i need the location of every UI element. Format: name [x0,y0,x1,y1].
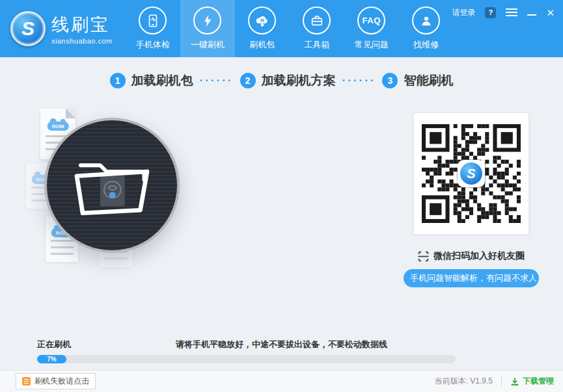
step-dots: ······ [342,74,376,87]
steps-bar: 1 加载刷机包 ······ 2 加载刷机方案 ······ 3 智能刷机 [0,57,563,97]
qr-panel: S 微信扫码加入好机友圈 手机问题智能解析，有问题不求人 [404,112,539,287]
progress-section: 正在刷机 请将手机平稳放好，中途不要拔出设备，不要松动数据线 7% [0,339,563,369]
qr-promo-badge: 手机问题智能解析，有问题不求人 [404,269,539,287]
toolbox-icon [303,7,331,34]
tab-phone-check[interactable]: 手机体检 [126,0,180,57]
footer-divider [501,376,502,386]
brand-logo-icon: S [10,11,46,46]
flash-fail-label: 刷机失败请点击 [34,376,89,387]
flash-icon [193,7,221,34]
brand-name: 线刷宝 [51,13,113,36]
download-icon [510,377,519,386]
faq-icon-text: FAQ [363,16,381,25]
scan-icon [418,251,429,262]
tab-label: 一键刷机 [191,39,225,51]
step-3: 3 智能刷机 [382,72,453,89]
repair-icon [412,7,440,34]
login-link[interactable]: 请登录 [452,7,475,18]
version-label: 当前版本: V1.9.5 [435,376,493,387]
minimize-icon[interactable] [527,14,536,16]
qr-code: S [413,112,529,235]
tab-toolbox[interactable]: 工具箱 [290,0,344,57]
step-1: 1 加载刷机包 [110,72,193,89]
flash-illustration: ROM ROM ROM ROM [26,109,221,275]
tab-label: 手机体检 [136,39,170,51]
help-icon[interactable]: ? [485,7,496,18]
flash-fail-button[interactable]: 刷机失败请点击 [16,373,96,389]
progress-fill: 7% [37,355,66,363]
close-icon[interactable]: ✕ [546,8,555,18]
tab-label: 刷机包 [249,39,275,51]
tab-repair[interactable]: 找维修 [399,0,454,57]
tab-faq[interactable]: FAQ 常见问题 [344,0,399,57]
qr-caption-text: 微信扫码加入好机友圈 [433,250,525,262]
brand-logo-letter: S [21,18,34,40]
open-folder-icon [63,147,161,224]
tab-label: 找维修 [413,39,439,51]
window-controls: 请登录 ? ✕ [452,6,555,19]
app-logo: S 线刷宝 xianshuabao.com [0,0,126,57]
rom-download-icon: R [248,7,276,34]
faq-icon: FAQ [357,7,385,34]
status-bar: 刷机失败请点击 当前版本: V1.9.5 下载管理 [0,370,563,392]
progress-percent: 7% [47,356,56,363]
progress-bar: 7% [37,355,456,363]
step-label: 加载刷机包 [131,72,193,89]
step-2: 2 加载刷机方案 [240,72,336,89]
main-nav: 手机体检 一键刷机 R 刷机包 [126,0,454,57]
download-label: 下载管理 [523,376,554,387]
progress-hint: 请将手机平稳放好，中途不要拔出设备，不要松动数据线 [0,339,563,350]
app-window: S 线刷宝 xianshuabao.com 手机体检 [0,0,563,392]
step-dots: ······ [200,74,234,87]
flash-fail-icon [22,377,31,385]
qr-caption-row: 微信扫码加入好机友圈 [404,250,539,262]
step-label: 加载刷机方案 [262,72,336,89]
tab-rom-package[interactable]: R 刷机包 [235,0,290,57]
menu-icon[interactable] [506,8,517,16]
brand-domain: xianshuabao.com [51,37,113,45]
tab-one-key-flash[interactable]: 一键刷机 [180,0,235,57]
tab-label: 工具箱 [304,39,329,51]
header: S 线刷宝 xianshuabao.com 手机体检 [0,0,563,57]
qr-center-logo: S [458,160,485,187]
phone-check-icon [139,7,167,34]
step-label: 智能刷机 [404,72,453,89]
main-content: ROM ROM ROM ROM [0,97,563,336]
rom-cloud-badge: ROM [48,122,69,131]
download-manager-link[interactable]: 下载管理 [510,376,554,387]
step-number: 1 [110,73,126,88]
flash-circle [44,118,180,253]
qr-logo-letter: S [460,163,482,185]
tab-label: 常见问题 [355,39,389,51]
step-number: 3 [382,73,398,88]
step-number: 2 [240,73,256,88]
